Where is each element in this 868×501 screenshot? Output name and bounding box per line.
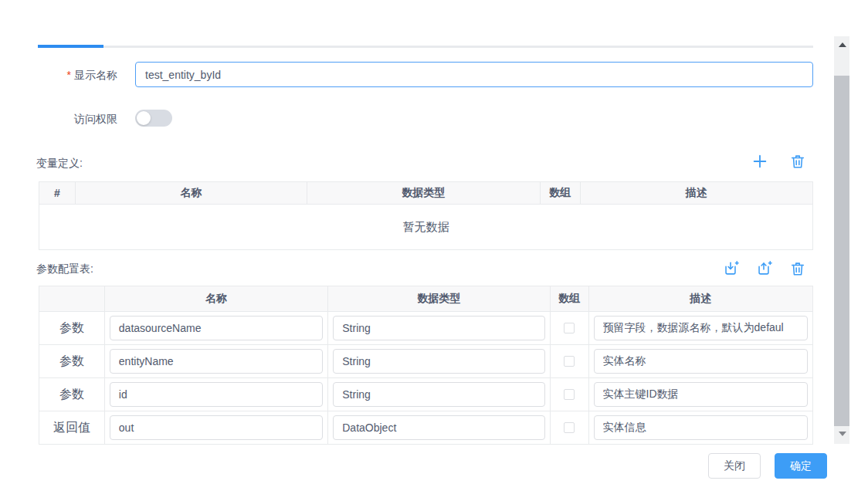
param-type-input[interactable] <box>333 349 544 374</box>
col-header-array: 数组 <box>541 182 581 205</box>
col-header-index: # <box>39 182 76 205</box>
params-table-header: 名称 数据类型 数组 描述 <box>39 286 812 312</box>
trash-icon <box>789 260 806 277</box>
access-permission-label: 访问权限 <box>31 113 117 127</box>
param-name-input[interactable] <box>110 316 323 340</box>
param-desc-input[interactable] <box>594 349 808 374</box>
display-name-input[interactable] <box>135 62 813 87</box>
plus-icon <box>751 153 768 170</box>
variables-section-label: 变量定义: <box>36 157 83 171</box>
add-variable-button[interactable] <box>751 153 768 170</box>
param-name-input[interactable] <box>110 349 323 374</box>
delete-variable-button[interactable] <box>789 153 806 170</box>
export-up-icon <box>755 260 772 277</box>
tabs-divider <box>38 46 813 48</box>
col-header-type: 数据类型 <box>307 182 540 205</box>
param-kind: 返回值 <box>39 411 105 445</box>
param-kind: 参数 <box>39 312 105 345</box>
col-header-type: 数据类型 <box>328 286 550 312</box>
param-type-input[interactable] <box>333 382 544 407</box>
scrollbar-down-arrow-icon[interactable] <box>839 432 846 436</box>
param-type-input[interactable] <box>333 415 544 440</box>
variables-table-header: # 名称 数据类型 数组 描述 <box>39 182 812 205</box>
param-desc-input[interactable] <box>594 382 808 407</box>
close-button[interactable]: 关闭 <box>708 453 761 479</box>
col-header-kind <box>39 286 105 312</box>
table-row: 参数 <box>39 312 812 345</box>
toggle-knob <box>137 111 151 125</box>
col-header-name: 名称 <box>76 182 307 205</box>
params-table: 名称 数据类型 数组 描述 参数 参数 参数 返回值 <box>39 286 813 445</box>
display-name-label: *显示名称 <box>31 69 117 83</box>
export-params-button[interactable] <box>755 260 772 277</box>
delete-params-button[interactable] <box>789 260 806 277</box>
access-permission-toggle[interactable] <box>135 110 172 127</box>
variables-table: # 名称 数据类型 数组 描述 暂无数据 <box>39 181 813 250</box>
active-tab-indicator[interactable] <box>38 45 103 48</box>
dialog: *显示名称 访问权限 变量定义: # 名称 数据类型 数组 描述 暂无数据 参数… <box>0 0 868 501</box>
param-desc-input[interactable] <box>594 316 808 340</box>
table-row: 参数 <box>39 345 812 378</box>
array-checkbox[interactable] <box>564 323 575 333</box>
param-type-input[interactable] <box>333 316 544 340</box>
trash-icon <box>789 153 806 170</box>
table-row: 返回值 <box>39 411 812 445</box>
param-desc-input[interactable] <box>594 415 808 440</box>
param-name-input[interactable] <box>110 415 323 440</box>
col-header-array: 数组 <box>551 286 589 312</box>
import-params-button[interactable] <box>722 260 739 277</box>
table-row: 参数 <box>39 378 812 411</box>
array-checkbox[interactable] <box>564 422 575 433</box>
confirm-button[interactable]: 确定 <box>775 453 827 479</box>
import-down-icon <box>722 260 739 277</box>
required-asterisk: * <box>67 69 71 81</box>
param-kind: 参数 <box>39 345 105 378</box>
col-header-desc: 描述 <box>581 182 812 205</box>
params-section-label: 参数配置表: <box>36 262 93 276</box>
array-checkbox[interactable] <box>564 356 575 367</box>
col-header-desc: 描述 <box>589 286 812 312</box>
param-kind: 参数 <box>39 378 105 411</box>
param-name-input[interactable] <box>110 382 323 407</box>
empty-state-text: 暂无数据 <box>39 205 812 250</box>
scrollbar-thumb[interactable] <box>834 76 849 426</box>
col-header-name: 名称 <box>105 286 328 312</box>
array-checkbox[interactable] <box>564 389 575 400</box>
scrollbar-up-arrow-icon[interactable] <box>839 42 846 47</box>
